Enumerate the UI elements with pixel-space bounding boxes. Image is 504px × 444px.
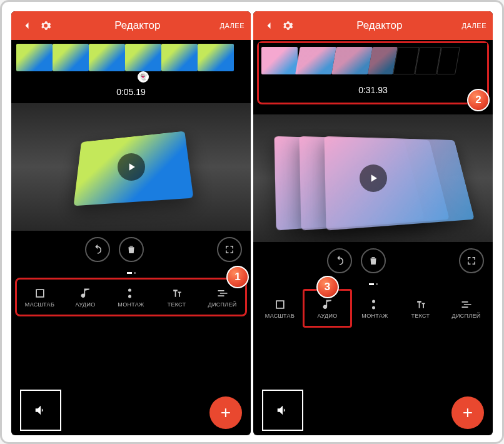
tool-montage[interactable]: МОНТАЖ [352, 289, 398, 328]
undo-button[interactable] [327, 248, 352, 273]
tool-label: ДИСПЛЕЙ [208, 301, 236, 308]
thumbnail[interactable] [436, 47, 460, 74]
snap-marker-icon: 👻 [138, 71, 149, 83]
timestamp-display: 0:05.19 [11, 74, 251, 103]
page-indicator [11, 268, 251, 278]
tool-label: МАСШТАБ [25, 301, 54, 308]
sound-toggle[interactable] [262, 390, 303, 431]
tool-label: МОНТАЖ [118, 301, 144, 308]
next-button[interactable]: ДАЛЕЕ [462, 22, 486, 29]
add-button[interactable]: + [451, 396, 484, 429]
action-row [11, 231, 251, 268]
bottom-bar: + [253, 385, 493, 435]
tool-label: АУДИО [318, 313, 338, 319]
settings-button[interactable] [36, 16, 55, 35]
thumbnail[interactable] [261, 47, 298, 74]
app-header: Редактор ДАЛЕЕ [253, 11, 493, 40]
thumbnail[interactable] [89, 44, 125, 71]
sound-toggle[interactable] [20, 390, 61, 431]
annotation-2: 2 [467, 89, 490, 111]
tool-audio-highlighted[interactable]: 3 АУДИО [303, 289, 352, 328]
tool-text[interactable]: ТЕКСТ [398, 289, 443, 328]
thumbnail[interactable]: 👻 [125, 44, 161, 71]
action-row [253, 242, 493, 280]
next-button[interactable]: ДАЛЕЕ [220, 22, 244, 29]
tool-display[interactable]: ДИСПЛЕЙ [443, 289, 489, 328]
tool-label: АУДИО [76, 301, 96, 308]
tool-audio[interactable]: АУДИО [63, 280, 108, 315]
back-button[interactable] [260, 16, 278, 35]
fullscreen-button[interactable] [217, 237, 242, 262]
add-button[interactable]: + [209, 396, 242, 429]
preview-frame [325, 136, 475, 231]
annotation-1: 1 [226, 266, 249, 288]
comparison-container: Редактор ДАЛЕЕ 👻 0:05.19 1 МАСШТАБ А [0, 0, 504, 444]
timeline-thumbnails[interactable]: 👻 [11, 40, 251, 74]
thumbnail[interactable] [53, 44, 89, 71]
thumbnail[interactable] [16, 44, 53, 71]
bottom-bar: + [11, 385, 251, 435]
toolbar-highlighted: 1 МАСШТАБ АУДИО МОНТАЖ ТЕКСТ ДИСПЛЕЙ [15, 278, 247, 316]
timeline-thumbnails[interactable] [259, 43, 487, 78]
timestamp-display: 0:31.93 [259, 78, 487, 103]
video-preview[interactable] [11, 103, 251, 231]
tool-text[interactable]: ТЕКСТ [154, 280, 199, 315]
play-button[interactable] [360, 164, 387, 192]
tool-scale[interactable]: МАСШТАБ [257, 289, 303, 328]
timeline-highlighted: 0:31.93 2 [257, 41, 489, 104]
annotation-3: 3 [316, 276, 339, 298]
tool-scale[interactable]: МАСШТАБ [17, 280, 63, 315]
thumbnail[interactable] [295, 47, 336, 74]
tool-label: ДИСПЛЕЙ [451, 313, 480, 319]
play-button[interactable] [118, 153, 145, 181]
settings-button[interactable] [278, 16, 297, 35]
tool-label: ТЕКСТ [411, 313, 430, 319]
undo-button[interactable] [85, 237, 110, 262]
screenshot-left: Редактор ДАЛЕЕ 👻 0:05.19 1 МАСШТАБ А [11, 11, 251, 435]
thumbnail[interactable] [161, 44, 198, 71]
tool-montage[interactable]: МОНТАЖ [108, 280, 154, 315]
page-indicator [253, 280, 493, 289]
back-button[interactable] [18, 16, 36, 35]
page-title: Редактор [55, 19, 220, 32]
tool-label: МОНТАЖ [361, 313, 388, 319]
tool-label: ТЕКСТ [168, 301, 186, 308]
video-preview[interactable] [253, 114, 493, 242]
fullscreen-button[interactable] [459, 248, 484, 273]
delete-button[interactable] [361, 248, 386, 273]
toolbar: МАСШТАБ 3 АУДИО МОНТАЖ ТЕКСТ ДИСПЛЕЙ [257, 289, 489, 328]
thumbnail[interactable] [198, 44, 234, 71]
tool-label: МАСШТАБ [265, 313, 295, 319]
thumbnail[interactable] [331, 47, 373, 74]
delete-button[interactable] [119, 237, 144, 262]
app-header: Редактор ДАЛЕЕ [11, 11, 251, 40]
screenshot-right: Редактор ДАЛЕЕ 0:31.93 2 [253, 11, 493, 435]
page-title: Редактор [297, 19, 462, 32]
